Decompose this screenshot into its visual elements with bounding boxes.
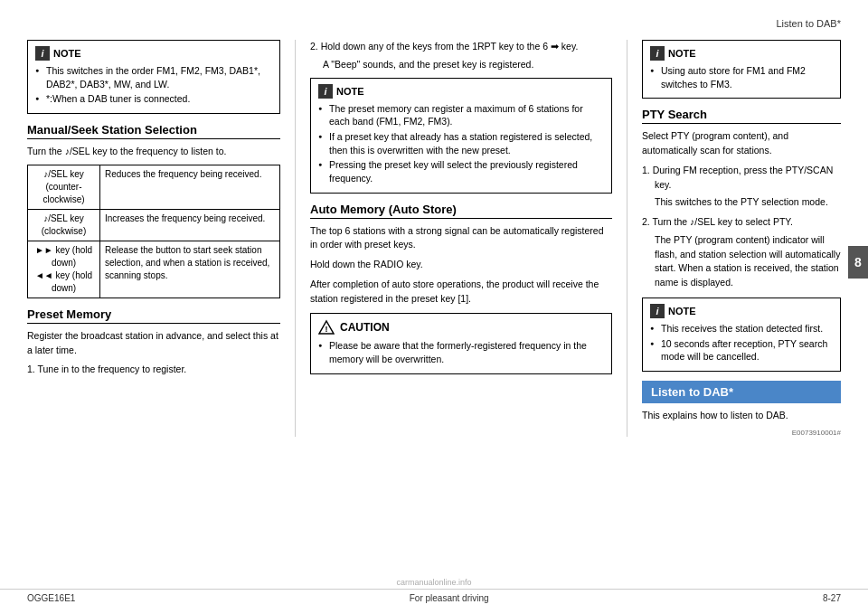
section-number: 8 bbox=[854, 255, 862, 269]
section3-text1: The top 6 stations with a strong signal … bbox=[310, 224, 612, 253]
middle-column: 2. Hold down any of the keys from the 1R… bbox=[310, 40, 612, 437]
note-box-1-list: This switches in the order FM1, FM2, FM3… bbox=[35, 64, 272, 106]
page-container: Listen to DAB* i NOTE This switches in t… bbox=[0, 0, 868, 614]
note-box-4-item-2: 10 seconds after reception, PTY search m… bbox=[650, 337, 833, 364]
note-box-2-list: The preset memory can register a maximum… bbox=[318, 102, 604, 185]
note-box-3: i NOTE Using auto store for FM1 and FM2 … bbox=[642, 40, 841, 99]
footer-center: For pleasant driving bbox=[410, 593, 489, 603]
note-box-4-item-1: This receives the station detected first… bbox=[650, 322, 833, 335]
svg-text:!: ! bbox=[326, 325, 328, 334]
listen-dab-box: Listen to DAB* bbox=[642, 381, 841, 403]
note-box-4-header: i NOTE bbox=[650, 304, 833, 318]
note-box-3-list: Using auto store for FM1 and FM2 switche… bbox=[650, 64, 833, 90]
right-step2: 2. Turn the ♪/SEL key to select PTY. bbox=[642, 215, 841, 230]
footer-left: OGGE16E1 bbox=[27, 593, 75, 603]
note-box-4-title: NOTE bbox=[668, 306, 696, 316]
note-icon-1: i bbox=[35, 46, 50, 61]
note-box-1-title: NOTE bbox=[53, 48, 81, 59]
note-box-2-item-1: The preset memory can register a maximum… bbox=[318, 102, 604, 128]
caution-item-1: Please be aware that the formerly-regist… bbox=[318, 339, 604, 365]
section1-intro: Turn the ♪/SEL key to the frequency to l… bbox=[27, 145, 280, 159]
table-row: ♪/SEL key (clockwise) Increases the freq… bbox=[28, 209, 280, 241]
note-box-2-title: NOTE bbox=[336, 86, 364, 97]
section3-heading: Auto Memory (Auto Store) bbox=[310, 203, 612, 219]
table-row: ♪/SEL key (counter-clockwise) Reduces th… bbox=[28, 165, 280, 209]
col-divider-1 bbox=[295, 40, 296, 437]
note-box-1-header: i NOTE bbox=[35, 46, 272, 61]
caution-box: ! CAUTION Please be aware that the forme… bbox=[310, 313, 612, 373]
section2-heading: Preset Memory bbox=[27, 307, 280, 324]
listen-dab-heading: Listen to DAB* bbox=[651, 385, 733, 399]
content-area: i NOTE This switches in the order FM1, F… bbox=[27, 40, 841, 437]
key-cell: ►► key (hold down)◄◄ key (hold down) bbox=[28, 241, 100, 298]
middle-step2: 2. Hold down any of the keys from the 1R… bbox=[310, 40, 612, 54]
section4-intro: Select PTY (program content), and automa… bbox=[642, 129, 841, 158]
section1-heading: Manual/Seek Station Selection bbox=[27, 123, 280, 139]
page-code: E0073910001# bbox=[642, 429, 841, 437]
section2-intro: Register the broadcast station in advanc… bbox=[27, 329, 280, 358]
key-table: ♪/SEL key (counter-clockwise) Reduces th… bbox=[27, 165, 280, 298]
watermark: carmanualonline.info bbox=[396, 578, 471, 587]
note-box-2-item-2: If a preset key that already has a stati… bbox=[318, 130, 604, 156]
note-icon-4: i bbox=[650, 304, 665, 318]
header-title: Listen to DAB* bbox=[776, 18, 841, 29]
note-icon-2: i bbox=[318, 84, 333, 99]
note-box-2-header: i NOTE bbox=[318, 84, 604, 99]
table-row: ►► key (hold down)◄◄ key (hold down) Rel… bbox=[28, 241, 280, 298]
desc-cell: Reduces the frequency being received. bbox=[100, 165, 280, 209]
note-box-2-item-3: Pressing the preset key will select the … bbox=[318, 158, 604, 184]
caution-header: ! CAUTION bbox=[318, 319, 604, 335]
note-box-3-title: NOTE bbox=[668, 48, 696, 59]
note-box-1-item-1: This switches in the order FM1, FM2, FM3… bbox=[35, 64, 272, 90]
footer-right: 8-27 bbox=[823, 593, 841, 603]
listen-dab-text: This explains how to listen to DAB. bbox=[642, 409, 841, 423]
right-step1-detail: This switches to the PTY selection mode. bbox=[642, 195, 841, 210]
note-icon-3: i bbox=[650, 46, 665, 61]
caution-title: CAUTION bbox=[340, 321, 390, 334]
section4-heading: PTY Search bbox=[642, 108, 841, 124]
note-box-4-list: This receives the station detected first… bbox=[650, 322, 833, 364]
section3-text3: After completion of auto store operation… bbox=[310, 278, 612, 307]
caution-list: Please be aware that the formerly-regist… bbox=[318, 339, 604, 365]
middle-step2-detail: A "Beep" sounds, and the preset key is r… bbox=[310, 58, 612, 72]
note-box-3-header: i NOTE bbox=[650, 46, 833, 61]
left-column: i NOTE This switches in the order FM1, F… bbox=[27, 40, 280, 437]
section3-text2: Hold down the RADIO key. bbox=[310, 258, 612, 272]
caution-triangle-icon: ! bbox=[318, 319, 335, 335]
note-box-1-item-2: *:When a DAB tuner is connected. bbox=[35, 92, 272, 106]
right-step1: 1. During FM reception, press the PTY/SC… bbox=[642, 164, 841, 193]
section-number-tab: 8 bbox=[848, 246, 868, 279]
desc-cell: Release the button to start seek station… bbox=[100, 241, 280, 298]
note-box-3-item-1: Using auto store for FM1 and FM2 switche… bbox=[650, 64, 833, 90]
desc-cell: Increases the frequency being received. bbox=[100, 209, 280, 241]
note-box-2: i NOTE The preset memory can register a … bbox=[310, 78, 612, 194]
page-header: Listen to DAB* bbox=[27, 18, 841, 33]
right-column: i NOTE Using auto store for FM1 and FM2 … bbox=[642, 40, 841, 437]
note-box-1: i NOTE This switches in the order FM1, F… bbox=[27, 40, 280, 114]
right-step2-detail: The PTY (program content) indicator will… bbox=[642, 233, 841, 290]
key-cell: ♪/SEL key (clockwise) bbox=[28, 209, 100, 241]
key-cell: ♪/SEL key (counter-clockwise) bbox=[28, 165, 100, 209]
section2-step1: 1. Tune in to the frequency to register. bbox=[27, 363, 280, 377]
page-footer: OGGE16E1 For pleasant driving 8-27 bbox=[0, 589, 868, 603]
col-divider-2 bbox=[627, 40, 627, 437]
note-box-4: i NOTE This receives the station detecte… bbox=[642, 298, 841, 372]
